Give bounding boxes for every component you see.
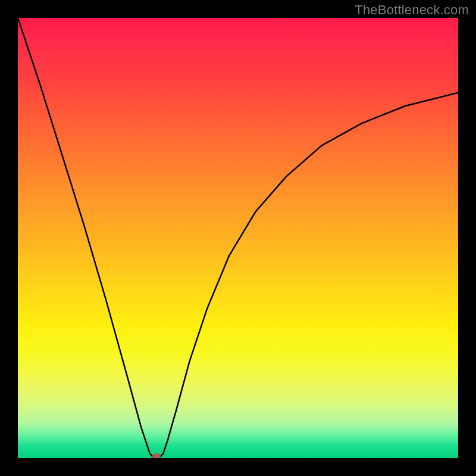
plot-area [18, 18, 458, 458]
watermark-text: TheBottleneck.com [355, 2, 469, 18]
chart-frame: TheBottleneck.com [0, 0, 476, 476]
optimal-point-marker [152, 453, 161, 458]
bottleneck-curve [18, 18, 458, 458]
